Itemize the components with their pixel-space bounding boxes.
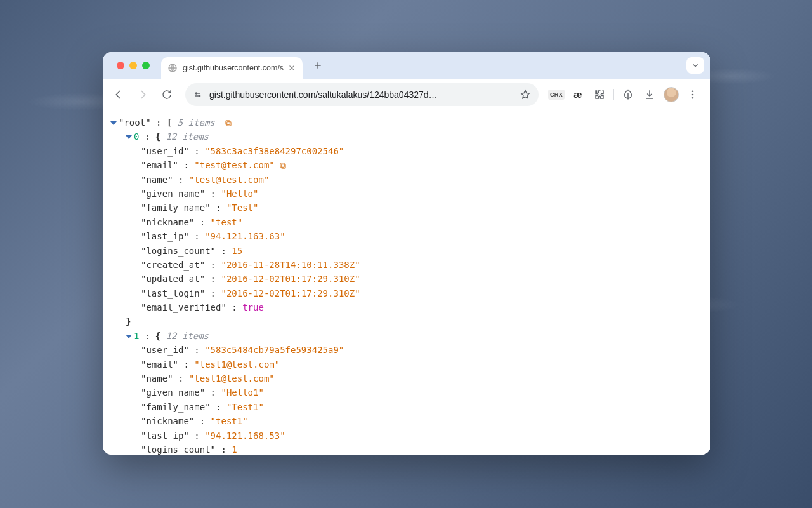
browser-tab[interactable]: gist.githubusercontent.com/s	[161, 57, 303, 79]
json-field-row: "logins_count" : 15	[110, 244, 703, 258]
reload-button[interactable]	[156, 84, 178, 105]
svg-point-4	[692, 93, 694, 95]
json-field-row: "created_at" : "2016-11-28T14:10:11.338Z…	[110, 258, 703, 272]
profile-avatar[interactable]	[661, 84, 681, 105]
json-field-row: "logins_count" : 1	[110, 443, 703, 455]
extension-leaf-icon[interactable]	[618, 84, 638, 105]
address-bar[interactable]: gist.githubusercontent.com/saltukalakus/…	[185, 83, 539, 106]
site-info-icon[interactable]	[193, 90, 203, 100]
json-field-row: "name" : "test1@test.com"	[110, 371, 703, 385]
json-field-row: "last_ip" : "94.121.168.53"	[110, 429, 703, 443]
json-field-row: "family_name" : "Test1"	[110, 400, 703, 414]
window-controls	[109, 62, 157, 69]
svg-point-2	[199, 95, 200, 97]
json-field-row: "last_ip" : "94.121.163.63"	[110, 229, 703, 243]
window-zoom-button[interactable]	[142, 62, 150, 69]
window-close-button[interactable]	[117, 62, 124, 69]
svg-rect-9	[280, 163, 284, 167]
browser-window: gist.githubusercontent.com/s gist.github…	[103, 52, 710, 455]
svg-point-1	[195, 93, 197, 94]
back-button[interactable]	[108, 84, 129, 105]
toggle-caret-icon[interactable]	[110, 121, 117, 125]
toolbar-actions: CRX æ	[546, 84, 705, 105]
copy-value-icon[interactable]	[278, 161, 287, 170]
json-field-row: "last_login" : "2016-12-02T01:17:29.310Z…	[110, 286, 703, 300]
svg-point-5	[692, 97, 694, 98]
globe-icon	[167, 63, 178, 73]
json-field-row: "user_id" : "583c3ac3f38e84297c002546"	[110, 144, 703, 158]
json-field-row: "name" : "test@test.com"	[110, 173, 703, 187]
extension-ae-icon[interactable]: æ	[568, 84, 588, 105]
extensions-puzzle-icon[interactable]	[589, 84, 610, 105]
json-field-row: "email_verified" : true	[110, 300, 703, 314]
window-minimize-button[interactable]	[129, 62, 137, 69]
json-viewer-content: "root" : [ 5 items 0 : { 12 items"user_i…	[103, 110, 710, 455]
svg-point-3	[692, 90, 694, 92]
json-field-row: "nickname" : "test1"	[110, 414, 703, 428]
json-field-row: "nickname" : "test"	[110, 215, 703, 229]
json-field-row: "given_name" : "Hello"	[110, 187, 703, 201]
separator	[613, 89, 614, 100]
json-field-row: "family_name" : "Test"	[110, 201, 703, 215]
json-field-row: "updated_at" : "2016-12-02T01:17:29.310Z…	[110, 272, 703, 286]
copy-value-icon[interactable]	[224, 119, 233, 128]
json-array-item-row: 1 : { 12 items	[110, 329, 703, 343]
forward-button[interactable]	[132, 84, 154, 105]
tab-strip: gist.githubusercontent.com/s	[103, 52, 710, 79]
bookmark-star-icon[interactable]	[520, 89, 531, 100]
json-field-row: "email" : "test@test.com"	[110, 158, 703, 172]
svg-rect-6	[227, 122, 231, 126]
downloads-icon[interactable]	[639, 84, 660, 105]
url-text: gist.githubusercontent.com/saltukalakus/…	[209, 90, 513, 100]
close-tab-icon[interactable]	[287, 64, 296, 72]
json-array-item-row: 0 : { 12 items	[110, 130, 703, 144]
tab-search-button[interactable]	[686, 57, 704, 74]
toolbar: gist.githubusercontent.com/saltukalakus/…	[103, 79, 710, 110]
menu-kebab-icon[interactable]	[683, 84, 703, 105]
json-root-row: "root" : [ 5 items	[110, 116, 703, 130]
toggle-caret-icon[interactable]	[126, 135, 132, 139]
json-field-row: "given_name" : "Hello1"	[110, 385, 703, 399]
tab-title: gist.githubusercontent.com/s	[183, 64, 284, 72]
json-field-row: "user_id" : "583c5484cb79a5fe593425a9"	[110, 343, 703, 357]
extension-crx-icon[interactable]: CRX	[546, 84, 566, 105]
json-close-brace: }	[110, 314, 703, 328]
svg-rect-7	[226, 121, 230, 124]
json-field-row: "email" : "test1@test.com"	[110, 358, 703, 371]
toggle-caret-icon[interactable]	[126, 335, 132, 338]
new-tab-button[interactable]	[309, 57, 327, 74]
svg-rect-8	[281, 164, 285, 168]
